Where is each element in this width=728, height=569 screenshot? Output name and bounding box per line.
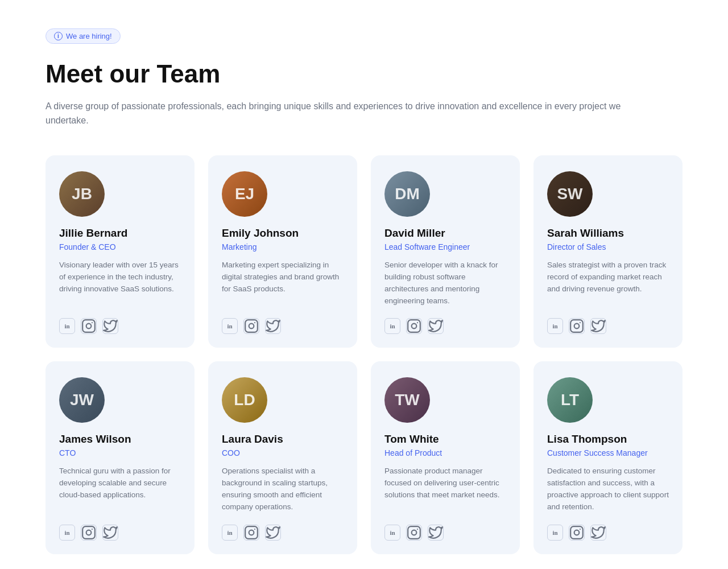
member-role: Marketing [222, 242, 344, 251]
linkedin-icon[interactable] [547, 318, 563, 334]
member-bio: Sales strategist with a proven track rec… [547, 259, 669, 307]
page-subtitle: A diverse group of passionate profession… [46, 99, 643, 128]
linkedin-icon[interactable] [222, 525, 238, 541]
svg-point-8 [417, 322, 418, 323]
svg-rect-12 [82, 526, 95, 539]
member-bio: Senior developer with a knack for buildi… [384, 259, 506, 307]
member-role: Director of Sales [547, 242, 669, 251]
member-role: CTO [59, 448, 181, 457]
svg-point-2 [92, 322, 93, 323]
team-card: LT Lisa Thompson Customer Success Manage… [533, 361, 682, 554]
svg-point-11 [580, 322, 581, 323]
social-links [59, 525, 181, 541]
avatar-initials: JB [59, 171, 105, 217]
linkedin-icon[interactable] [59, 318, 75, 334]
avatar: LD [222, 377, 267, 423]
member-bio: Passionate product manager focused on de… [384, 465, 506, 513]
twitter-icon[interactable] [590, 318, 606, 334]
team-card: LD Laura Davis COO Operations specialist… [208, 361, 357, 554]
instagram-icon[interactable] [243, 318, 259, 334]
svg-point-20 [417, 529, 418, 530]
member-bio: Visionary leader with over 15 years of e… [59, 259, 181, 307]
member-bio: Operations specialist with a background … [222, 465, 344, 513]
instagram-icon[interactable] [406, 525, 422, 541]
linkedin-icon[interactable] [59, 525, 75, 541]
avatar: LT [547, 377, 593, 423]
avatar-initials: LD [222, 377, 267, 423]
linkedin-icon[interactable] [222, 318, 238, 334]
member-bio: Technical guru with a passion for develo… [59, 465, 181, 513]
member-name: Laura Davis [222, 433, 344, 446]
svg-point-16 [249, 530, 254, 535]
twitter-icon[interactable] [102, 525, 118, 541]
member-role: Founder & CEO [59, 242, 181, 251]
svg-point-10 [574, 324, 580, 329]
avatar: TW [384, 377, 430, 423]
avatar: EJ [222, 171, 267, 217]
svg-point-13 [86, 530, 92, 535]
twitter-icon[interactable] [428, 525, 444, 541]
info-icon: i [54, 32, 63, 40]
member-name: Tom White [384, 433, 506, 446]
team-card: SW Sarah Williams Director of Sales Sale… [533, 155, 682, 348]
svg-rect-0 [82, 320, 95, 333]
avatar-initials: SW [547, 171, 593, 217]
svg-rect-6 [408, 320, 420, 333]
svg-point-23 [580, 529, 581, 530]
svg-rect-18 [408, 526, 420, 539]
twitter-icon[interactable] [428, 318, 444, 334]
member-name: Jillie Bernard [59, 227, 181, 240]
member-bio: Dedicated to ensuring customer satisfact… [547, 465, 669, 513]
member-role: Customer Success Manager [547, 448, 669, 457]
avatar: DM [384, 171, 430, 217]
svg-point-1 [86, 324, 92, 329]
hiring-badge-label: We are hiring! [66, 32, 112, 40]
avatar: SW [547, 171, 593, 217]
social-links [222, 318, 344, 334]
member-role: Head of Product [384, 448, 506, 457]
member-name: James Wilson [59, 433, 181, 446]
avatar: JW [59, 377, 105, 423]
svg-point-17 [254, 529, 255, 530]
svg-point-22 [574, 530, 580, 535]
instagram-icon[interactable] [406, 318, 422, 334]
twitter-icon[interactable] [265, 318, 281, 334]
twitter-icon[interactable] [265, 525, 281, 541]
instagram-icon[interactable] [81, 525, 97, 541]
hiring-badge[interactable]: i We are hiring! [46, 28, 121, 44]
svg-point-14 [92, 529, 93, 530]
linkedin-icon[interactable] [384, 525, 400, 541]
avatar-initials: DM [384, 171, 430, 217]
social-links [384, 525, 506, 541]
svg-rect-3 [245, 320, 258, 333]
social-links [547, 318, 669, 334]
svg-rect-15 [245, 526, 258, 539]
avatar-initials: LT [547, 377, 593, 423]
team-card: JB Jillie Bernard Founder & CEO Visionar… [46, 155, 195, 348]
svg-point-4 [249, 324, 254, 329]
instagram-icon[interactable] [569, 318, 585, 334]
linkedin-icon[interactable] [547, 525, 563, 541]
twitter-icon[interactable] [590, 525, 606, 541]
linkedin-icon[interactable] [384, 318, 400, 334]
svg-rect-9 [570, 320, 583, 333]
svg-point-7 [412, 324, 417, 329]
svg-point-5 [254, 322, 255, 323]
team-card: JW James Wilson CTO Technical guru with … [46, 361, 195, 554]
social-links [222, 525, 344, 541]
instagram-icon[interactable] [243, 525, 259, 541]
member-name: Sarah Williams [547, 227, 669, 240]
avatar-initials: TW [384, 377, 430, 423]
social-links [547, 525, 669, 541]
instagram-icon[interactable] [569, 525, 585, 541]
team-card: TW Tom White Head of Product Passionate … [371, 361, 520, 554]
social-links [384, 318, 506, 334]
avatar-initials: JW [59, 377, 105, 423]
instagram-icon[interactable] [81, 318, 97, 334]
twitter-icon[interactable] [102, 318, 118, 334]
member-bio: Marketing expert specializing in digital… [222, 259, 344, 307]
member-name: Emily Johnson [222, 227, 344, 240]
team-card: DM David Miller Lead Software Engineer S… [371, 155, 520, 348]
member-role: COO [222, 448, 344, 457]
avatar-initials: EJ [222, 171, 267, 217]
